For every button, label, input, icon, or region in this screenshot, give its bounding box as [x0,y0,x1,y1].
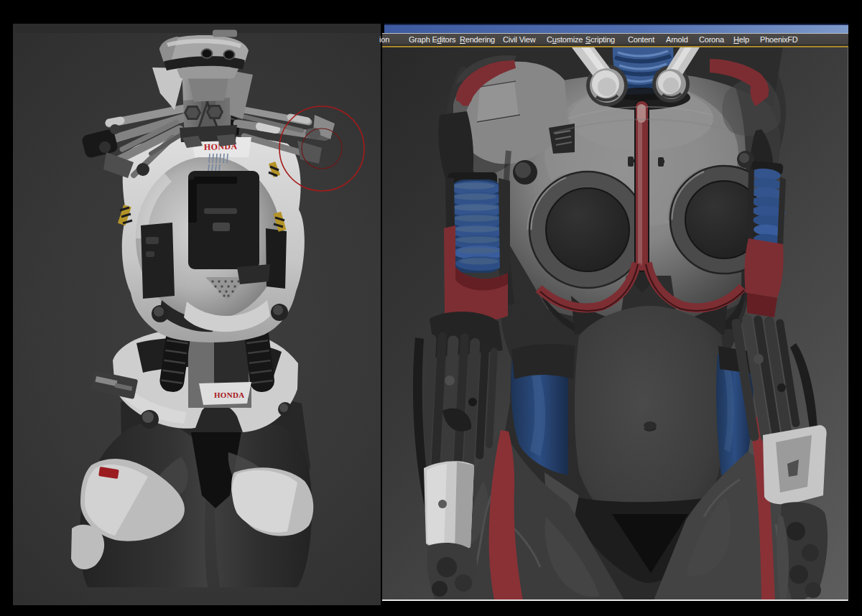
svg-text:HONDA: HONDA [214,391,244,399]
